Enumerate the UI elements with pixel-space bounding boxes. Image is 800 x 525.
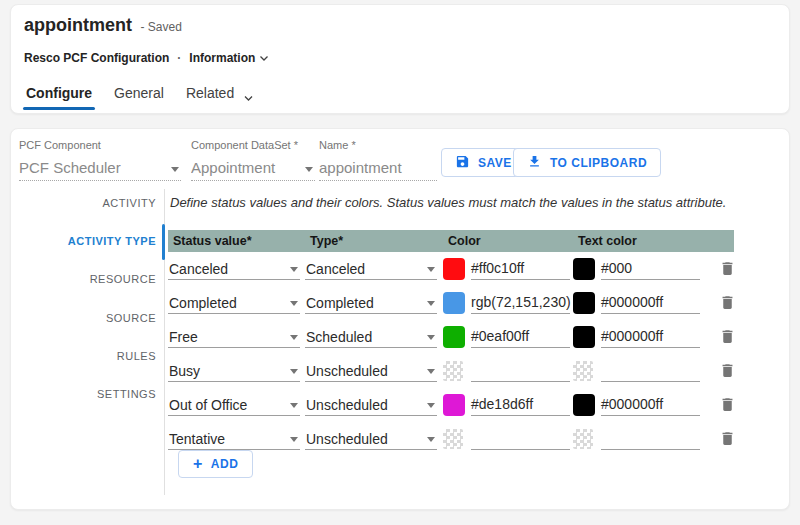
name-field: Name * appointment — [319, 139, 437, 181]
sidebar-item-rules[interactable]: RULES — [11, 350, 156, 362]
text-color-input[interactable]: #000000ff — [601, 396, 700, 416]
status-value-select[interactable]: Tentative — [168, 428, 300, 450]
color-swatch[interactable] — [443, 429, 463, 449]
status-value-select[interactable]: Out of Office — [168, 394, 300, 416]
caret-down-icon — [290, 437, 298, 442]
tab-configure[interactable]: Configure — [24, 81, 94, 111]
color-swatch[interactable] — [443, 394, 465, 416]
caret-down-icon — [290, 335, 298, 340]
delete-row-button[interactable] — [719, 430, 737, 448]
component-dataset-select[interactable]: Appointment — [191, 157, 315, 181]
status-table-row: Free Scheduled #0eaf00ff #000000ff — [168, 326, 748, 350]
sidebar-item-activity[interactable]: ACTIVITY — [11, 197, 156, 209]
entity-name: Resco PCF Configuration — [24, 51, 169, 65]
type-select[interactable]: Canceled — [305, 258, 437, 280]
status-value-select[interactable]: Canceled — [168, 258, 300, 280]
color-input[interactable]: #de18d6ff — [471, 396, 570, 416]
color-swatch[interactable] — [443, 326, 465, 348]
text-color-input[interactable] — [601, 430, 700, 450]
chevron-down-icon — [259, 51, 269, 65]
caret-down-icon — [290, 267, 298, 272]
sidebar-item-source[interactable]: SOURCE — [11, 312, 156, 324]
pcf-component-value: PCF Scheduler — [19, 159, 121, 176]
color-swatch[interactable] — [443, 292, 465, 314]
color-input[interactable]: #ff0c10ff — [471, 260, 570, 280]
type-text: Unscheduled — [306, 431, 388, 447]
text-color-swatch[interactable] — [573, 326, 595, 348]
caret-down-icon — [427, 403, 435, 408]
tab-related[interactable]: Related — [184, 81, 256, 111]
resco-pcf-configuration-app: appointment - Saved Resco PCF Configurat… — [0, 0, 800, 525]
sidebar-item-settings[interactable]: SETTINGS — [11, 388, 156, 400]
text-color-input[interactable]: #000 — [601, 260, 700, 280]
color-input[interactable] — [471, 362, 570, 382]
delete-row-button[interactable] — [719, 328, 737, 346]
add-button-label: ADD — [211, 457, 239, 471]
caret-down-icon — [427, 437, 435, 442]
status-table-row: Busy Unscheduled — [168, 360, 748, 384]
text-color-swatch[interactable] — [573, 292, 595, 314]
text-color-swatch[interactable] — [573, 258, 595, 280]
component-dataset-field: Component DataSet * Appointment — [191, 139, 315, 181]
page-title: appointment — [24, 15, 132, 35]
color-input[interactable] — [471, 430, 570, 450]
pcf-component-label: PCF Component — [19, 139, 181, 151]
delete-row-button[interactable] — [719, 396, 737, 414]
color-swatch[interactable] — [443, 361, 463, 381]
floppy-disk-icon — [455, 154, 470, 172]
status-value-text: Free — [169, 329, 198, 345]
type-select[interactable]: Scheduled — [305, 326, 437, 348]
sidebar-active-indicator — [162, 224, 165, 260]
to-clipboard-button-label: TO CLIPBOARD — [550, 156, 647, 170]
type-select[interactable]: Unscheduled — [305, 428, 437, 450]
type-select[interactable]: Unscheduled — [305, 360, 437, 382]
delete-row-button[interactable] — [719, 362, 737, 380]
delete-row-button[interactable] — [719, 294, 737, 312]
section-description: Define status values and their colors. S… — [170, 195, 770, 210]
type-text: Scheduled — [306, 329, 372, 345]
status-value-text: Completed — [169, 295, 237, 311]
to-clipboard-button[interactable]: TO CLIPBOARD — [513, 148, 661, 177]
sidebar-item-activity-type[interactable]: ACTIVITY TYPE — [11, 235, 156, 247]
pcf-component-select[interactable]: PCF Scheduler — [19, 157, 181, 181]
color-swatch[interactable] — [443, 258, 465, 280]
status-value-select[interactable]: Completed — [168, 292, 300, 314]
status-value-text: Tentative — [169, 431, 225, 447]
status-value-text: Busy — [169, 363, 200, 379]
delete-row-button[interactable] — [719, 260, 737, 278]
caret-down-icon — [427, 335, 435, 340]
record-header-card: appointment - Saved Resco PCF Configurat… — [10, 4, 790, 114]
type-select[interactable]: Completed — [305, 292, 437, 314]
caret-down-icon — [171, 167, 179, 172]
sidebar-item-resource[interactable]: RESOURCE — [11, 273, 156, 285]
status-value-text: Out of Office — [169, 397, 247, 413]
add-row-button[interactable]: + ADD — [178, 450, 253, 478]
text-color-swatch[interactable] — [573, 429, 593, 449]
tab-general[interactable]: General — [112, 81, 166, 111]
text-color-swatch[interactable] — [573, 361, 593, 381]
text-color-swatch[interactable] — [573, 394, 595, 416]
color-input[interactable]: rgb(72,151,230) — [471, 294, 570, 314]
text-color-input[interactable]: #000000ff — [601, 328, 700, 348]
status-value-select[interactable]: Busy — [168, 360, 300, 382]
text-color-input[interactable]: #000000ff — [601, 294, 700, 314]
type-select[interactable]: Unscheduled — [305, 394, 437, 416]
status-table-row: Out of Office Unscheduled #de18d6ff #000… — [168, 394, 748, 418]
status-value-select[interactable]: Free — [168, 326, 300, 348]
component-dataset-value: Appointment — [191, 159, 275, 176]
name-label: Name * — [319, 139, 437, 151]
text-color-input[interactable] — [601, 362, 700, 382]
save-button-label: SAVE — [478, 156, 512, 170]
text-color-field — [573, 360, 700, 382]
color-field: rgb(72,151,230) — [443, 292, 570, 314]
caret-down-icon — [427, 369, 435, 374]
type-text: Canceled — [306, 261, 365, 277]
name-input[interactable]: appointment — [319, 157, 437, 181]
color-input[interactable]: #0eaf00ff — [471, 328, 570, 348]
status-table-row: Completed Completed rgb(72,151,230) #000… — [168, 292, 748, 316]
form-selector[interactable]: Information — [189, 51, 269, 65]
column-header-color: Color — [448, 234, 481, 248]
configuration-card: PCF Component PCF Scheduler Component Da… — [10, 128, 790, 510]
type-text: Completed — [306, 295, 374, 311]
caret-down-icon — [290, 403, 298, 408]
